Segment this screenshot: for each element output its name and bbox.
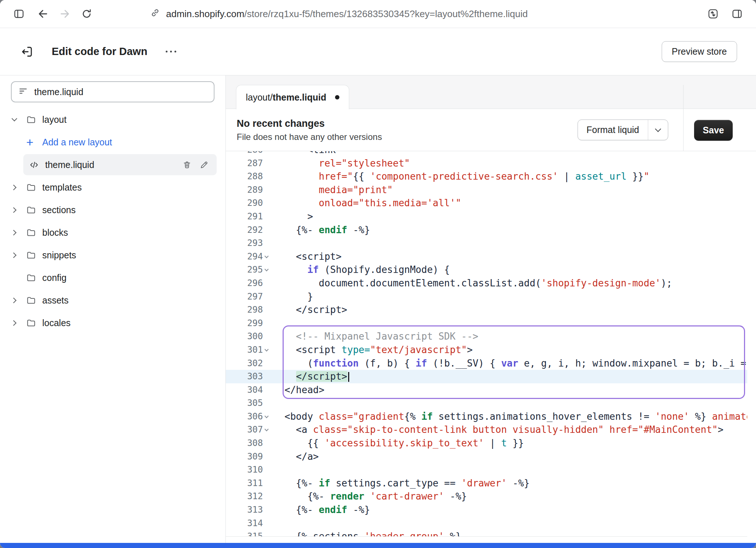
code-line-content[interactable]: </script>: [273, 370, 747, 383]
code-line: 300 <!-- Mixpanel Javascript SDK -->: [226, 330, 747, 343]
code-line-content[interactable]: }: [273, 290, 747, 304]
line-number: 303: [226, 370, 263, 383]
fold-toggle-icon[interactable]: [264, 254, 268, 258]
split-view-icon[interactable]: [728, 4, 747, 23]
code-line-content[interactable]: <body class="gradient{% if settings.anim…: [273, 410, 747, 423]
exit-editor-icon[interactable]: [17, 42, 36, 61]
code-line: 291 >: [226, 210, 747, 223]
reload-button[interactable]: [77, 4, 96, 23]
back-button[interactable]: [34, 4, 52, 23]
code-line-content[interactable]: rel="stylesheet": [273, 157, 747, 170]
code-line-content[interactable]: </a>: [273, 450, 747, 463]
code-line: 287 rel="stylesheet": [226, 157, 747, 170]
sidebar-item-templates[interactable]: templates: [0, 176, 225, 199]
forward-button[interactable]: [55, 4, 74, 23]
code-line-content[interactable]: href="{{ 'component-predictive-search.cs…: [273, 170, 747, 183]
fold-cell: [263, 370, 273, 383]
code-line-content[interactable]: {%- if settings.cart_type == 'drawer' -%…: [273, 477, 747, 490]
file-sidebar: layout+Add a new layouttheme.liquidtempl…: [0, 75, 226, 543]
code-line: 303 </script>: [226, 370, 747, 383]
chevron-right-icon[interactable]: [11, 207, 17, 213]
code-line-content[interactable]: [273, 396, 747, 410]
code-line: 297 }: [226, 290, 747, 304]
fold-cell: [263, 170, 273, 183]
save-button[interactable]: Save: [694, 120, 733, 141]
sidebar-item-config[interactable]: config: [0, 266, 225, 289]
code-line: 305: [226, 396, 747, 410]
app-header: Edit code for Dawn Preview store: [0, 28, 756, 75]
code-line-content[interactable]: {% sections 'header-group' %}: [273, 530, 747, 537]
line-number: 289: [226, 183, 263, 197]
line-number: 310: [226, 463, 263, 477]
fold-toggle-icon[interactable]: [264, 347, 268, 351]
fold-toggle-icon[interactable]: [264, 427, 268, 431]
preview-store-button[interactable]: Preview store: [662, 41, 737, 62]
code-line: 313 {%- endif -%}: [226, 503, 747, 517]
panel-divider: [683, 85, 684, 151]
chevron-right-icon[interactable]: [11, 252, 17, 258]
code-line-content[interactable]: {%- render 'cart-drawer' -%}: [273, 490, 747, 503]
code-line: 306 <body class="gradient{% if settings.…: [226, 410, 747, 423]
code-line: 289 media="print": [226, 183, 747, 197]
chevron-right-icon[interactable]: [11, 230, 17, 235]
chevron-right-icon[interactable]: [11, 320, 17, 326]
file-search-input[interactable]: [34, 87, 207, 97]
sidebar-item-label: snippets: [42, 250, 76, 261]
code-line-content[interactable]: <a class="skip-to-content-link button vi…: [273, 423, 747, 437]
sidebar-item-theme-liquid[interactable]: theme.liquid: [23, 154, 217, 175]
chevron-down-icon[interactable]: [12, 116, 17, 122]
sidebar-item-assets[interactable]: assets: [0, 289, 225, 312]
tab-path-prefix: layout/: [246, 92, 273, 103]
code-line-content[interactable]: {%- endif -%}: [273, 223, 747, 237]
code-line-content[interactable]: <link: [273, 151, 747, 157]
sidebar-item-layout[interactable]: layout: [0, 108, 225, 131]
line-number: 286: [226, 151, 263, 157]
more-actions-button[interactable]: [163, 44, 179, 59]
sidebar-item-label: Add a new layout: [42, 137, 112, 148]
extensions-icon[interactable]: [704, 4, 722, 23]
sidebar-toggle-icon[interactable]: [9, 4, 28, 23]
code-line-content[interactable]: document.documentElement.classList.add('…: [273, 277, 747, 290]
line-number: 300: [226, 330, 263, 343]
code-line-content[interactable]: <script>: [273, 250, 747, 263]
format-options-toggle[interactable]: [648, 120, 668, 140]
sidebar-item-blocks[interactable]: blocks: [0, 221, 225, 244]
code-line-content[interactable]: [273, 517, 747, 530]
code-line-content[interactable]: media="print": [273, 183, 747, 197]
fold-cell: [263, 517, 273, 530]
address-bar[interactable]: admin.shopify.com/store/rzq1xu-f5/themes…: [150, 8, 704, 20]
code-line-content[interactable]: {{ 'accessibility.skip_to_text' | t }}: [273, 437, 747, 450]
code-line-content[interactable]: </script>: [273, 303, 747, 317]
delete-file-button[interactable]: [182, 160, 192, 169]
code-line: 311 {%- if settings.cart_type == 'drawer…: [226, 477, 747, 490]
code-line-content[interactable]: >: [273, 210, 747, 223]
sidebar-item-snippets[interactable]: snippets: [0, 244, 225, 266]
code-line-content[interactable]: (function (f, b) { if (!b.__SV) { var e,…: [273, 357, 747, 370]
code-line-content[interactable]: [273, 317, 747, 330]
editor-toolbar: No recent changes File does not have any…: [226, 109, 756, 151]
code-line-content[interactable]: [273, 236, 747, 250]
code-line-content[interactable]: {%- endif -%}: [273, 503, 747, 517]
code-line-content[interactable]: [273, 463, 747, 477]
format-liquid-button[interactable]: Format liquid: [578, 120, 669, 140]
code-line-content[interactable]: if (Shopify.designMode) {: [273, 263, 747, 277]
fold-cell: [263, 396, 273, 410]
fold-cell: [263, 277, 273, 290]
fold-toggle-icon[interactable]: [264, 414, 268, 418]
editor-tab[interactable]: layout/theme.liquid: [236, 85, 349, 109]
fold-toggle-icon[interactable]: [264, 267, 268, 271]
rename-file-button[interactable]: [200, 160, 209, 169]
line-number: 313: [226, 503, 263, 517]
code-editor[interactable]: 286 <link287 rel="stylesheet"288 href="{…: [226, 151, 747, 537]
sidebar-item-locales[interactable]: locales: [0, 312, 225, 334]
code-line: 307 <a class="skip-to-content-link butto…: [226, 423, 747, 437]
code-line: 315 {% sections 'header-group' %}: [226, 530, 747, 537]
code-line-content[interactable]: <!-- Mixpanel Javascript SDK -->: [273, 330, 747, 343]
code-line-content[interactable]: </head>: [273, 383, 747, 397]
chevron-right-icon[interactable]: [11, 184, 17, 190]
code-line-content[interactable]: onload="this.media='all'": [273, 196, 747, 210]
code-line-content[interactable]: <script type="text/javascript">: [273, 343, 747, 357]
sidebar-item-add-a-new-layout[interactable]: +Add a new layout: [0, 131, 225, 153]
sidebar-item-sections[interactable]: sections: [0, 199, 225, 221]
chevron-right-icon[interactable]: [11, 297, 17, 303]
